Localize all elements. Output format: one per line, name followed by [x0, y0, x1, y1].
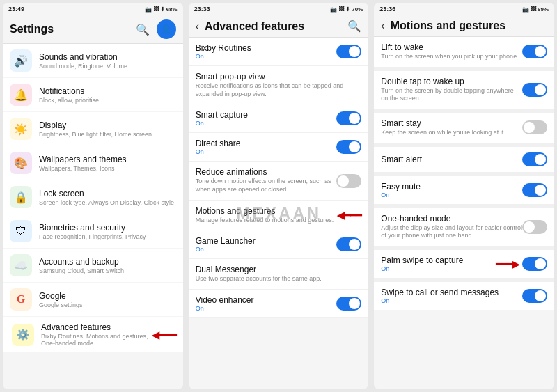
- time-3: 23:36: [379, 6, 395, 13]
- red-arrow-icon: ◀━━━: [152, 329, 176, 340]
- toggle-directshare[interactable]: [336, 140, 361, 154]
- status-bar-3: 23:36 📷 🖼 69%: [374, 3, 554, 15]
- google-icon: G: [10, 288, 32, 311]
- list-item[interactable]: Video enhancer On: [189, 290, 369, 318]
- search-icon[interactable]: 🔍: [136, 23, 150, 36]
- panel-motions: 23:36 📷 🖼 69% ‹ Motions and gestures Lif…: [374, 3, 554, 389]
- list-item[interactable]: 🔔 Notifications Block, allow, prioritise: [3, 78, 183, 111]
- back-arrow-icon[interactable]: ‹: [196, 20, 199, 33]
- battery-2: 70%: [352, 6, 363, 13]
- list-item[interactable]: Direct share On: [189, 133, 369, 162]
- list-item[interactable]: 🎨 Wallpapers and themes Wallpapers, Them…: [3, 146, 183, 180]
- settings-title: Settings: [10, 23, 54, 36]
- toggle-easymute[interactable]: [522, 183, 547, 197]
- lockscreen-icon: 🔒: [10, 186, 32, 208]
- toggle-swipecall[interactable]: [522, 289, 547, 303]
- advanced-content: MEXAAN Bixby Routines On Smart pop-up vi…: [189, 38, 369, 389]
- list-item[interactable]: ☁️ Accounts and backup Samsung Cloud, Sm…: [3, 249, 183, 282]
- list-item[interactable]: ☀️ Display Brightness, Blue light filter…: [3, 112, 183, 146]
- list-item[interactable]: One-handed mode Adjust the display size …: [374, 208, 554, 246]
- advanced-header: ‹ Advanced features 🔍: [189, 15, 369, 38]
- display-text: Display Brightness, Blue light filter, H…: [39, 120, 176, 138]
- status-bar-1: 23:49 📷 🖼 ⬇ 68%: [3, 3, 183, 15]
- panel-settings: 23:49 📷 🖼 ⬇ 68% Settings 🔍 👤 🔊 Sounds an…: [3, 3, 183, 389]
- toggle-lift[interactable]: [522, 45, 547, 58]
- toggle-doubletap[interactable]: [522, 83, 547, 97]
- advanced-title: Advanced features: [205, 20, 304, 33]
- list-item[interactable]: Smart stay Keep the screen on while you'…: [374, 113, 554, 143]
- toggle-animations[interactable]: [336, 174, 361, 188]
- list-item[interactable]: Double tap to wake up Turn on the screen…: [374, 71, 554, 109]
- battery-3: 69%: [538, 6, 549, 13]
- settings-list: 🔊 Sounds and vibration Sound mode, Ringt…: [3, 44, 183, 389]
- google-text: Google Google settings: [39, 291, 176, 308]
- list-item[interactable]: G Google Google settings: [3, 283, 183, 316]
- motions-title: Motions and gestures: [391, 19, 505, 32]
- toggle-onehanded[interactable]: [522, 220, 547, 234]
- list-item[interactable]: Swipe to call or send messages On: [374, 282, 554, 310]
- header-icons: 🔍 👤: [136, 19, 176, 39]
- list-item[interactable]: Smart alert: [374, 147, 554, 172]
- list-item[interactable]: Easy mute On: [374, 176, 554, 204]
- avatar[interactable]: 👤: [157, 19, 176, 39]
- list-item[interactable]: 🔊 Sounds and vibration Sound mode, Ringt…: [3, 44, 183, 77]
- red-arrow-palm: ━━━▶: [496, 259, 519, 269]
- list-item-advanced[interactable]: ⚙️ Advanced features Bixby Routines, Mot…: [3, 317, 183, 352]
- settings-header: Settings 🔍 👤: [3, 15, 183, 44]
- biometrics-icon: 🛡: [10, 220, 32, 242]
- back-arrow-icon-2[interactable]: ‹: [381, 19, 384, 32]
- wallpapers-text: Wallpapers and themes Wallpapers, Themes…: [39, 155, 176, 172]
- toggle-smartcapture[interactable]: [336, 111, 361, 125]
- search-icon-2[interactable]: 🔍: [347, 19, 361, 33]
- red-arrow-motions: ◀━━━: [337, 210, 361, 221]
- status-bar-2: 23:33 📷 🖼 ⬇ 70%: [189, 3, 369, 15]
- toggle-bixby[interactable]: [336, 45, 361, 58]
- list-item[interactable]: 🛡 Biometrics and security Face recogniti…: [3, 214, 183, 248]
- list-item[interactable]: Smart capture On: [189, 104, 369, 133]
- toggle-smartalert[interactable]: [522, 152, 547, 166]
- advanced-text: Advanced features Bixby Routines, Motion…: [41, 322, 152, 347]
- status-icons-2: 📷 🖼 ⬇ 70%: [330, 6, 363, 13]
- motions-header: ‹ Motions and gestures: [374, 15, 554, 37]
- list-item[interactable]: Bixby Routines On: [189, 38, 369, 66]
- status-icons-1: 📷 🖼 ⬇ 68%: [145, 6, 178, 13]
- battery-1: 68%: [166, 6, 178, 13]
- list-item-motions[interactable]: Motions and gestures Manage features rel…: [189, 201, 369, 231]
- toggle-smartstay[interactable]: [522, 120, 547, 134]
- display-icon: ☀️: [10, 118, 32, 140]
- list-item[interactable]: Reduce animations Tone down motion effec…: [189, 162, 369, 200]
- status-icons-3: 📷 🖼 69%: [522, 6, 549, 13]
- sounds-text: Sounds and vibration Sound mode, Rington…: [39, 52, 176, 70]
- toggle-palmswipe[interactable]: [522, 257, 547, 271]
- toggle-gamelauncher[interactable]: [336, 237, 361, 251]
- toggle-videoenhancer[interactable]: [336, 297, 361, 311]
- list-item[interactable]: Dual Messenger Use two separate accounts…: [189, 259, 369, 290]
- list-item[interactable]: Game Launcher On: [189, 230, 369, 259]
- accounts-text: Accounts and backup Samsung Cloud, Smart…: [39, 257, 176, 274]
- list-item-palmswipe[interactable]: Palm swipe to capture On ━━━▶: [374, 250, 554, 278]
- sounds-icon: 🔊: [10, 49, 32, 72]
- wallpapers-icon: 🎨: [10, 152, 32, 174]
- lockscreen-text: Lock screen Screen lock type, Always On …: [39, 189, 176, 206]
- accounts-icon: ☁️: [10, 254, 32, 276]
- time-1: 23:49: [8, 6, 24, 13]
- advanced-icon: ⚙️: [12, 324, 34, 346]
- time-2: 23:33: [194, 6, 210, 13]
- list-item[interactable]: Lift to wake Turn on the screen when you…: [374, 37, 554, 67]
- motions-list: Lift to wake Turn on the screen when you…: [374, 37, 554, 389]
- list-item[interactable]: 🔒 Lock screen Screen lock type, Always O…: [3, 180, 183, 214]
- notifications-text: Notifications Block, allow, prioritise: [39, 86, 176, 104]
- panel-advanced: 23:33 📷 🖼 ⬇ 70% ‹ Advanced features 🔍 ME…: [189, 3, 369, 389]
- biometrics-text: Biometrics and security Face recognition…: [39, 223, 176, 240]
- notifications-icon: 🔔: [10, 84, 32, 106]
- list-item[interactable]: Smart pop-up view Receive notifications …: [189, 66, 369, 104]
